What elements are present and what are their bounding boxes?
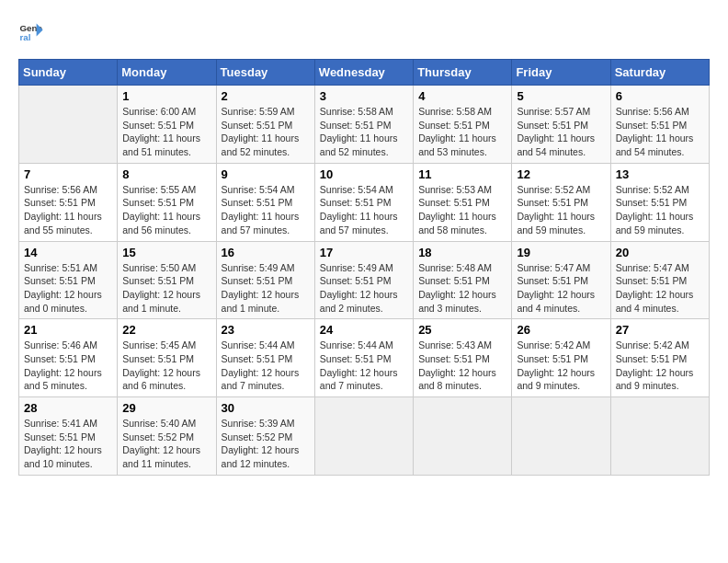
calendar-cell: 25Sunrise: 5:43 AM Sunset: 5:51 PM Dayli…: [414, 319, 512, 397]
calendar-cell: 14Sunrise: 5:51 AM Sunset: 5:51 PM Dayli…: [19, 241, 118, 319]
calendar-table: SundayMondayTuesdayWednesdayThursdayFrid…: [18, 59, 710, 476]
calendar-cell: 17Sunrise: 5:49 AM Sunset: 5:51 PM Dayli…: [314, 241, 413, 319]
day-number: 14: [24, 246, 112, 259]
weekday-header-tuesday: Tuesday: [216, 60, 314, 86]
day-info: Sunrise: 5:59 AM Sunset: 5:51 PM Dayligh…: [222, 105, 310, 159]
day-number: 22: [122, 323, 210, 337]
calendar-cell: 20Sunrise: 5:47 AM Sunset: 5:51 PM Dayli…: [610, 241, 709, 319]
calendar-cell: [512, 397, 610, 476]
day-info: Sunrise: 5:49 AM Sunset: 5:51 PM Dayligh…: [320, 261, 408, 316]
logo: Gene ral: [18, 18, 48, 44]
day-number: 3: [320, 89, 408, 103]
day-number: 23: [222, 323, 310, 337]
day-number: 27: [616, 323, 704, 337]
calendar-week-4: 21Sunrise: 5:46 AM Sunset: 5:51 PM Dayli…: [19, 319, 710, 397]
calendar-cell: 8Sunrise: 5:55 AM Sunset: 5:51 PM Daylig…: [118, 163, 216, 241]
day-number: 30: [222, 401, 310, 415]
day-info: Sunrise: 5:40 AM Sunset: 5:52 PM Dayligh…: [122, 417, 210, 471]
day-info: Sunrise: 5:47 AM Sunset: 5:51 PM Dayligh…: [616, 261, 704, 316]
day-info: Sunrise: 5:42 AM Sunset: 5:51 PM Dayligh…: [517, 339, 605, 393]
day-info: Sunrise: 6:00 AM Sunset: 5:51 PM Dayligh…: [122, 105, 210, 159]
day-info: Sunrise: 5:46 AM Sunset: 5:51 PM Dayligh…: [24, 339, 112, 393]
weekday-header-thursday: Thursday: [414, 60, 512, 86]
weekday-header-friday: Friday: [512, 60, 610, 86]
calendar-cell: 19Sunrise: 5:47 AM Sunset: 5:51 PM Dayli…: [512, 241, 610, 319]
day-number: 15: [122, 246, 210, 259]
calendar-cell: 22Sunrise: 5:45 AM Sunset: 5:51 PM Dayli…: [118, 319, 216, 397]
svg-text:ral: ral: [19, 32, 30, 42]
calendar-cell: [414, 397, 512, 476]
logo-icon: Gene ral: [18, 18, 44, 44]
day-info: Sunrise: 5:50 AM Sunset: 5:51 PM Dayligh…: [122, 261, 210, 316]
calendar-cell: 9Sunrise: 5:54 AM Sunset: 5:51 PM Daylig…: [216, 163, 314, 241]
calendar-cell: 12Sunrise: 5:52 AM Sunset: 5:51 PM Dayli…: [512, 163, 610, 241]
day-number: 5: [517, 89, 605, 103]
calendar-cell: 18Sunrise: 5:48 AM Sunset: 5:51 PM Dayli…: [414, 241, 512, 319]
calendar-cell: 29Sunrise: 5:40 AM Sunset: 5:52 PM Dayli…: [118, 397, 216, 476]
calendar-cell: 10Sunrise: 5:54 AM Sunset: 5:51 PM Dayli…: [314, 163, 413, 241]
day-number: 25: [418, 323, 506, 337]
calendar-week-5: 28Sunrise: 5:41 AM Sunset: 5:51 PM Dayli…: [19, 397, 710, 476]
day-number: 17: [320, 246, 408, 259]
calendar-cell: 5Sunrise: 5:57 AM Sunset: 5:51 PM Daylig…: [512, 86, 610, 164]
calendar-cell: [314, 397, 413, 476]
weekday-header-row: SundayMondayTuesdayWednesdayThursdayFrid…: [19, 60, 710, 86]
day-info: Sunrise: 5:54 AM Sunset: 5:51 PM Dayligh…: [320, 183, 408, 237]
calendar-cell: 7Sunrise: 5:56 AM Sunset: 5:51 PM Daylig…: [19, 163, 118, 241]
day-number: 13: [616, 167, 704, 181]
day-number: 20: [616, 246, 704, 259]
day-number: 6: [616, 89, 704, 103]
day-number: 1: [122, 89, 210, 103]
calendar-cell: 3Sunrise: 5:58 AM Sunset: 5:51 PM Daylig…: [314, 86, 413, 164]
calendar-cell: 16Sunrise: 5:49 AM Sunset: 5:51 PM Dayli…: [216, 241, 314, 319]
day-info: Sunrise: 5:55 AM Sunset: 5:51 PM Dayligh…: [122, 183, 210, 237]
day-number: 2: [222, 89, 310, 103]
day-number: 4: [418, 89, 506, 103]
calendar-week-1: 1Sunrise: 6:00 AM Sunset: 5:51 PM Daylig…: [19, 86, 710, 164]
day-info: Sunrise: 5:53 AM Sunset: 5:51 PM Dayligh…: [418, 183, 506, 237]
calendar-cell: 26Sunrise: 5:42 AM Sunset: 5:51 PM Dayli…: [512, 319, 610, 397]
calendar-cell: 6Sunrise: 5:56 AM Sunset: 5:51 PM Daylig…: [610, 86, 709, 164]
calendar-cell: [19, 86, 118, 164]
day-info: Sunrise: 5:58 AM Sunset: 5:51 PM Dayligh…: [418, 105, 506, 159]
day-info: Sunrise: 5:39 AM Sunset: 5:52 PM Dayligh…: [222, 417, 310, 471]
day-info: Sunrise: 5:45 AM Sunset: 5:51 PM Dayligh…: [122, 339, 210, 393]
calendar-cell: 4Sunrise: 5:58 AM Sunset: 5:51 PM Daylig…: [414, 86, 512, 164]
day-number: 28: [24, 401, 112, 415]
day-info: Sunrise: 5:42 AM Sunset: 5:51 PM Dayligh…: [616, 339, 704, 393]
day-number: 7: [24, 167, 112, 181]
day-number: 26: [517, 323, 605, 337]
calendar-cell: 2Sunrise: 5:59 AM Sunset: 5:51 PM Daylig…: [216, 86, 314, 164]
calendar-cell: 21Sunrise: 5:46 AM Sunset: 5:51 PM Dayli…: [19, 319, 118, 397]
day-number: 8: [122, 167, 210, 181]
calendar-cell: 15Sunrise: 5:50 AM Sunset: 5:51 PM Dayli…: [118, 241, 216, 319]
day-number: 19: [517, 246, 605, 259]
day-info: Sunrise: 5:47 AM Sunset: 5:51 PM Dayligh…: [517, 261, 605, 316]
day-info: Sunrise: 5:57 AM Sunset: 5:51 PM Dayligh…: [517, 105, 605, 159]
day-number: 10: [320, 167, 408, 181]
page-header: Gene ral: [18, 18, 710, 44]
calendar-cell: 11Sunrise: 5:53 AM Sunset: 5:51 PM Dayli…: [414, 163, 512, 241]
day-info: Sunrise: 5:48 AM Sunset: 5:51 PM Dayligh…: [418, 261, 506, 316]
calendar-week-2: 7Sunrise: 5:56 AM Sunset: 5:51 PM Daylig…: [19, 163, 710, 241]
weekday-header-monday: Monday: [118, 60, 216, 86]
calendar-cell: [610, 397, 709, 476]
day-info: Sunrise: 5:54 AM Sunset: 5:51 PM Dayligh…: [222, 183, 310, 237]
day-number: 9: [222, 167, 310, 181]
calendar-cell: 28Sunrise: 5:41 AM Sunset: 5:51 PM Dayli…: [19, 397, 118, 476]
calendar-week-3: 14Sunrise: 5:51 AM Sunset: 5:51 PM Dayli…: [19, 241, 710, 319]
day-info: Sunrise: 5:52 AM Sunset: 5:51 PM Dayligh…: [616, 183, 704, 237]
calendar-cell: 24Sunrise: 5:44 AM Sunset: 5:51 PM Dayli…: [314, 319, 413, 397]
day-info: Sunrise: 5:49 AM Sunset: 5:51 PM Dayligh…: [222, 261, 310, 316]
calendar-cell: 1Sunrise: 6:00 AM Sunset: 5:51 PM Daylig…: [118, 86, 216, 164]
day-number: 18: [418, 246, 506, 259]
day-info: Sunrise: 5:44 AM Sunset: 5:51 PM Dayligh…: [320, 339, 408, 393]
day-info: Sunrise: 5:44 AM Sunset: 5:51 PM Dayligh…: [222, 339, 310, 393]
weekday-header-saturday: Saturday: [610, 60, 709, 86]
day-number: 24: [320, 323, 408, 337]
calendar-cell: 13Sunrise: 5:52 AM Sunset: 5:51 PM Dayli…: [610, 163, 709, 241]
day-info: Sunrise: 5:41 AM Sunset: 5:51 PM Dayligh…: [24, 417, 112, 471]
day-number: 16: [222, 246, 310, 259]
weekday-header-wednesday: Wednesday: [314, 60, 413, 86]
day-info: Sunrise: 5:58 AM Sunset: 5:51 PM Dayligh…: [320, 105, 408, 159]
